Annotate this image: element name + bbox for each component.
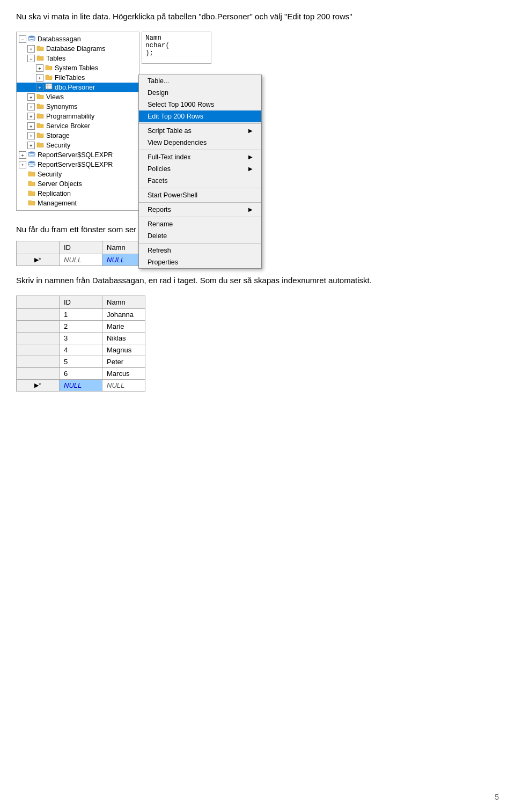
tree-item-dbo-personer[interactable]: +dbo.Personer [17,83,139,92]
folder-icon [27,199,36,208]
tree-item-security-outer[interactable]: Security [17,169,139,179]
menu-label-properties: Properties [148,259,178,266]
grid2-header-namn: Namn [102,296,145,308]
menu-item-policies[interactable]: Policies▶ [139,163,261,175]
tree-item-tables[interactable]: −Tables [17,54,139,63]
menu-separator [139,123,261,124]
tree-item-db-diagrams[interactable]: +Database Diagrams [17,44,139,54]
tree-expand-report1[interactable]: + [19,151,26,159]
tree-item-management[interactable]: Management [17,198,139,208]
menu-item-facets[interactable]: Facets [139,175,261,187]
tree-label-file-tables: FileTables [55,74,85,82]
tree-expand-databassagan[interactable]: − [19,35,26,43]
menu-separator [139,150,261,150]
folder-icon [45,73,53,82]
folder-icon [27,170,36,179]
tree-item-programmability[interactable]: +Programmability [17,112,139,121]
tree-expand-security-inner[interactable]: + [27,142,35,149]
menu-label-refresh: Refresh [148,247,171,254]
menu-item-reports[interactable]: Reports▶ [139,204,261,216]
svg-point-4 [28,151,35,153]
folder-icon [36,102,45,111]
tree-item-security-inner[interactable]: +Security [17,141,139,150]
grid1: ID Namn ▶*NULLNULL [16,241,145,266]
tree-item-file-tables[interactable]: +FileTables [17,73,139,83]
tree-label-report1: ReportServer$SQLEXPR [38,151,113,159]
tree-expand-file-tables[interactable]: + [36,74,43,82]
menu-item-delete[interactable]: Delete [139,230,261,242]
table-row: 1Johanna [17,308,145,320]
tree-item-views[interactable]: +Views [17,92,139,102]
sql-line1: Namn [145,34,161,42]
menu-label-fulltext: Full-Text index [148,153,191,161]
folder-icon [36,93,45,101]
tree-item-service-broker[interactable]: +Service Broker [17,121,139,131]
tree-item-databassagan[interactable]: −Databassagan [17,34,139,44]
folder-icon [36,131,45,140]
tree-item-synonyms[interactable]: +Synonyms [17,102,139,112]
tree-label-views: Views [46,93,64,101]
cell-id: 3 [60,332,102,344]
tree-expand-system-tables[interactable]: + [36,64,43,72]
row-indicator [17,344,60,356]
tree-label-server-objects: Server Objects [38,180,82,188]
menu-item-select-top[interactable]: Select Top 1000 Rows [139,99,261,110]
cell-id: NULL [60,254,102,266]
menu-separator [139,243,261,243]
tree-item-report2[interactable]: +ReportServer$SQLEXPR [17,160,139,169]
cell-id: 6 [60,367,102,379]
menu-label-delete: Delete [148,232,167,240]
menu-item-edit-top[interactable]: Edit Top 200 Rows [139,110,261,122]
tree-expand-views[interactable]: + [27,93,35,101]
tree-item-server-objects[interactable]: Server Objects [17,179,139,189]
menu-item-properties[interactable]: Properties [139,256,261,268]
cell-namn: Peter [102,356,145,367]
menu-label-select-top: Select Top 1000 Rows [148,101,214,108]
menu-label-facets: Facets [148,177,168,184]
table-row: 3Niklas [17,332,145,344]
database-icon [27,151,36,159]
row-indicator [17,308,60,320]
folder-icon [36,45,45,53]
menu-item-fulltext[interactable]: Full-Text index▶ [139,151,261,163]
menu-item-powershell[interactable]: Start PowerShell [139,189,261,201]
folder-icon [45,64,53,72]
cell-id: 4 [60,344,102,356]
submenu-arrow-policies: ▶ [248,166,253,172]
tree-expand-programmability[interactable]: + [27,113,35,120]
folder-icon [36,141,45,150]
menu-item-table[interactable]: Table... [139,75,261,87]
ssms-screenshot: −Databassagan+Database Diagrams−Tables+S… [16,32,499,211]
menu-item-refresh[interactable]: Refresh [139,245,261,256]
cell-namn: Niklas [102,332,145,344]
tree-item-system-tables[interactable]: +System Tables [17,63,139,73]
database-icon [27,35,36,43]
tree-label-service-broker: Service Broker [46,122,90,130]
menu-item-script-table[interactable]: Script Table as▶ [139,125,261,137]
section2-text: Skriv in namnen från Databassagan, en ra… [16,275,499,287]
menu-label-table: Table... [148,77,169,85]
tree-expand-synonyms[interactable]: + [27,103,35,110]
tree-expand-db-diagrams[interactable]: + [27,45,35,53]
table-row: 4Magnus [17,344,145,356]
row-indicator: ▶* [17,254,60,266]
menu-item-rename[interactable]: Rename [139,218,261,230]
cell-namn: NULL [102,379,145,391]
row-indicator [17,367,60,379]
tree-expand-storage[interactable]: + [27,132,35,139]
tree-item-storage[interactable]: +Storage [17,131,139,141]
tree-item-replication[interactable]: Replication [17,189,139,198]
tree-expand-report2[interactable]: + [19,161,26,168]
menu-item-view-deps[interactable]: View Dependencies [139,137,261,149]
sql-editor: Namn nchar( ); [142,32,211,64]
menu-item-design[interactable]: Design [139,87,261,99]
tree-expand-dbo-personer[interactable]: + [36,84,43,91]
tree-label-security-inner: Security [46,142,70,149]
tree-label-databassagan: Databassagan [38,35,81,43]
svg-point-0 [28,35,35,38]
tree-expand-service-broker[interactable]: + [27,122,35,130]
grid1-header-id: ID [60,241,102,254]
tree-expand-tables[interactable]: − [27,55,35,62]
tree-item-report1[interactable]: +ReportServer$SQLEXPR [17,150,139,160]
table-row: ▶*NULLNULL [17,254,145,266]
